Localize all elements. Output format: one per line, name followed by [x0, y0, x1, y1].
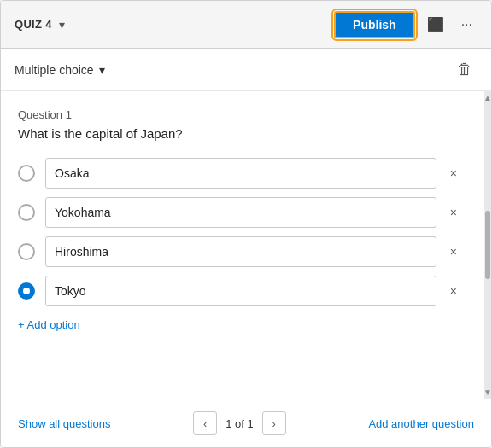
- option-radio-0[interactable]: [18, 165, 35, 182]
- quiz-title-chevron-icon[interactable]: ▾: [59, 18, 65, 32]
- pagination: ‹ 1 of 1 ›: [193, 411, 286, 435]
- page-prev-button[interactable]: ‹: [193, 411, 217, 435]
- present-button[interactable]: ⬛: [422, 13, 449, 36]
- option-row: ×: [18, 236, 460, 267]
- trash-icon: 🗑: [457, 61, 472, 79]
- remove-option-button-2[interactable]: ×: [447, 243, 460, 260]
- option-row: ×: [18, 276, 460, 306]
- quiz-title: QUIZ 4: [15, 18, 52, 31]
- toolbar: Multiple choice ▾ 🗑: [1, 49, 491, 91]
- remove-option-button-1[interactable]: ×: [447, 204, 460, 221]
- header: QUIZ 4 ▾ Publish ⬛ ···: [1, 1, 491, 49]
- question-text: What is the capital of Japan?: [18, 126, 474, 141]
- question-label: Question 1: [18, 108, 474, 121]
- quiz-card: QUIZ 4 ▾ Publish ⬛ ··· Multiple choice ▾…: [0, 0, 492, 448]
- option-radio-3[interactable]: [18, 282, 35, 300]
- option-input-1[interactable]: [45, 197, 436, 228]
- scrollbar: ▲ ▼: [484, 91, 491, 399]
- ellipsis-icon: ···: [461, 17, 472, 32]
- option-row: ×: [18, 158, 460, 189]
- question-content: Question 1 What is the capital of Japan?…: [1, 91, 491, 399]
- scroll-down-icon[interactable]: ▼: [483, 387, 491, 397]
- add-question-button[interactable]: Add another question: [368, 417, 474, 430]
- question-type-chevron-icon: ▾: [99, 63, 105, 77]
- option-input-2[interactable]: [45, 236, 436, 267]
- options-list: ××××: [18, 158, 460, 306]
- show-all-questions-button[interactable]: Show all questions: [18, 417, 110, 430]
- footer: Show all questions ‹ 1 of 1 › Add anothe…: [1, 399, 491, 447]
- page-info: 1 of 1: [226, 417, 254, 430]
- remove-option-button-0[interactable]: ×: [447, 165, 460, 182]
- scroll-up-icon[interactable]: ▲: [483, 93, 491, 102]
- option-radio-2[interactable]: [18, 243, 35, 260]
- publish-button[interactable]: Publish: [334, 11, 415, 38]
- scroll-thumb[interactable]: [485, 211, 490, 279]
- option-input-3[interactable]: [45, 276, 436, 306]
- more-options-button[interactable]: ···: [456, 14, 477, 36]
- option-input-0[interactable]: [45, 158, 436, 189]
- question-type-dropdown[interactable]: Multiple choice ▾: [15, 60, 105, 80]
- header-right: Publish ⬛ ···: [334, 11, 477, 38]
- header-left: QUIZ 4 ▾: [15, 18, 65, 32]
- remove-option-button-3[interactable]: ×: [447, 282, 460, 300]
- add-option-button[interactable]: + Add option: [18, 315, 80, 335]
- option-radio-1[interactable]: [18, 204, 35, 221]
- delete-question-button[interactable]: 🗑: [452, 57, 477, 82]
- option-row: ×: [18, 197, 460, 228]
- page-next-button[interactable]: ›: [262, 411, 286, 435]
- present-icon: ⬛: [427, 16, 444, 32]
- question-type-label: Multiple choice: [15, 63, 94, 77]
